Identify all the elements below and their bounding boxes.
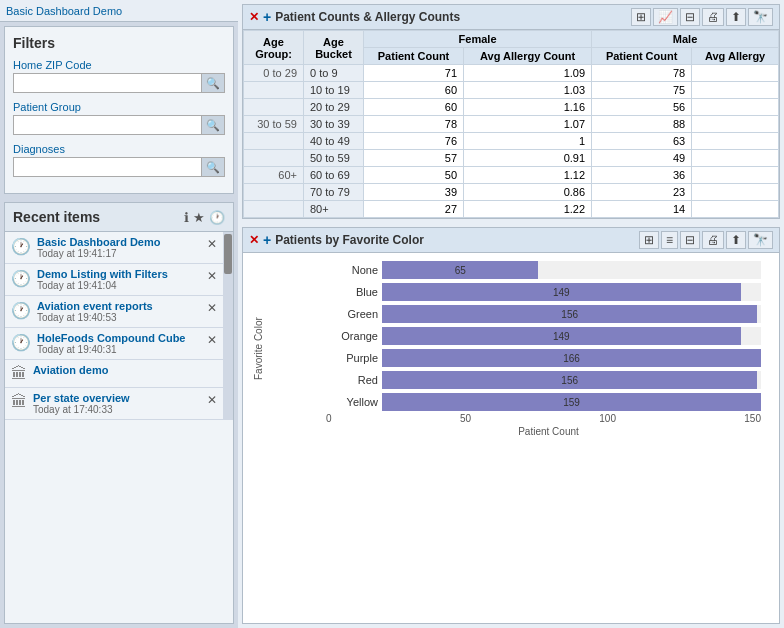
print-button[interactable]: 🖨	[702, 231, 724, 249]
print-button[interactable]: 🖨	[702, 8, 724, 26]
m-count-cell: 78	[592, 65, 692, 82]
hierarchy-button[interactable]: ⊟	[680, 231, 700, 249]
table-row: 20 to 29601.1656	[244, 99, 779, 116]
item-title[interactable]: HoleFoods Compound Cube	[37, 332, 201, 344]
chart-view-button[interactable]: 📈	[653, 8, 678, 26]
bar-y-label: Red	[326, 374, 378, 386]
item-title[interactable]: Per state overview	[33, 392, 201, 404]
table-row: 10 to 19601.0375	[244, 82, 779, 99]
group-label: Patient Group	[13, 101, 225, 113]
list-item: 🕐 Demo Listing with Filters Today at 19:…	[5, 264, 223, 296]
bar-row: None65	[326, 261, 761, 279]
bar-track: 166	[382, 349, 761, 367]
close-icon[interactable]: ✕	[207, 237, 217, 251]
item-title[interactable]: Aviation event reports	[37, 300, 201, 312]
age-group-cell	[244, 184, 304, 201]
chart-outer: Favorite Color None65Blue149Green156Oran…	[251, 261, 771, 437]
clock-icon: 🕐	[11, 269, 31, 288]
bar-track: 149	[382, 327, 761, 345]
diagnoses-input[interactable]	[14, 158, 201, 176]
table-view-button[interactable]: ⊞	[631, 8, 651, 26]
x-axis: 050100150	[326, 413, 761, 424]
group-filter-row: 🔍	[13, 115, 225, 135]
age-bucket-cell: 30 to 39	[304, 116, 364, 133]
f-patient-count-header: Patient Count	[364, 48, 464, 65]
export-button[interactable]: ⬆	[726, 231, 746, 249]
zip-label: Home ZIP Code	[13, 59, 225, 71]
close-icon[interactable]: ✕	[207, 393, 217, 407]
chart-area: Favorite Color None65Blue149Green156Oran…	[243, 253, 779, 623]
close-icon[interactable]: ✕	[207, 301, 217, 315]
m-avg-cell	[692, 99, 779, 116]
female-header: Female	[364, 31, 592, 48]
age-bucket-cell: 20 to 29	[304, 99, 364, 116]
m-avg-cell	[692, 133, 779, 150]
age-group-cell: 30 to 59	[244, 116, 304, 133]
info-icon[interactable]: ℹ	[184, 210, 189, 225]
f-count-cell: 57	[364, 150, 464, 167]
widget-expand-button[interactable]: +	[263, 232, 271, 248]
building-icon: 🏛	[11, 365, 27, 383]
search-button[interactable]: 🔭	[748, 8, 773, 26]
scrollbar[interactable]	[223, 232, 233, 420]
age-group-header: Age Group:	[244, 31, 304, 65]
x-tick: 50	[460, 413, 471, 424]
group-input[interactable]	[14, 116, 201, 134]
y-axis-label: Favorite Color	[251, 261, 266, 437]
bar-fill: 156	[382, 305, 757, 323]
f-avg-cell: 0.86	[464, 184, 592, 201]
diagnoses-label: Diagnoses	[13, 143, 225, 155]
f-avg-cell: 1.12	[464, 167, 592, 184]
zip-input[interactable]	[14, 74, 201, 92]
male-header: Male	[592, 31, 779, 48]
bar-row: Red156	[326, 371, 761, 389]
m-count-cell: 63	[592, 133, 692, 150]
m-patient-count-header: Patient Count	[592, 48, 692, 65]
list-item: 🕐 HoleFoods Compound Cube Today at 19:40…	[5, 328, 223, 360]
bar-y-label: Yellow	[326, 396, 378, 408]
pivot-table-container: Age Group: Age Bucket Female Male Patien…	[243, 30, 779, 218]
age-group-cell: 60+	[244, 167, 304, 184]
item-title[interactable]: Demo Listing with Filters	[37, 268, 201, 280]
item-info: Basic Dashboard Demo Today at 19:41:17	[37, 236, 201, 259]
item-title[interactable]: Aviation demo	[33, 364, 217, 376]
bar-chart: None65Blue149Green156Orange149Purple166R…	[326, 261, 761, 411]
table-view-button[interactable]: ⊞	[639, 231, 659, 249]
close-icon[interactable]: ✕	[207, 269, 217, 283]
list-view-button[interactable]: ≡	[661, 231, 678, 249]
f-count-cell: 76	[364, 133, 464, 150]
close-icon[interactable]: ✕	[207, 333, 217, 347]
age-bucket-cell: 70 to 79	[304, 184, 364, 201]
f-avg-cell: 1.16	[464, 99, 592, 116]
m-avg-cell	[692, 116, 779, 133]
scrollbar-thumb[interactable]	[224, 234, 232, 274]
m-count-cell: 14	[592, 201, 692, 218]
clock-icon: 🕐	[11, 301, 31, 320]
item-title[interactable]: Basic Dashboard Demo	[37, 236, 201, 248]
item-info: Demo Listing with Filters Today at 19:41…	[37, 268, 201, 291]
zip-search-button[interactable]: 🔍	[201, 74, 224, 92]
diagnoses-search-button[interactable]: 🔍	[201, 158, 224, 176]
age-group-cell	[244, 133, 304, 150]
age-group-cell	[244, 201, 304, 218]
search-button[interactable]: 🔭	[748, 231, 773, 249]
f-count-cell: 60	[364, 82, 464, 99]
hierarchy-button[interactable]: ⊟	[680, 8, 700, 26]
widget-expand-button[interactable]: +	[263, 9, 271, 25]
export-button[interactable]: ⬆	[726, 8, 746, 26]
widget-title: Patient Counts & Allergy Counts	[275, 10, 627, 24]
item-info: HoleFoods Compound Cube Today at 19:40:3…	[37, 332, 201, 355]
m-avg-cell	[692, 82, 779, 99]
pivot-table: Age Group: Age Bucket Female Male Patien…	[243, 30, 779, 218]
widget-close-button[interactable]: ✕	[249, 10, 259, 24]
table-row: 60+60 to 69501.1236	[244, 167, 779, 184]
list-item: 🕐 Aviation event reports Today at 19:40:…	[5, 296, 223, 328]
star-icon[interactable]: ★	[193, 210, 205, 225]
f-avg-cell: 1	[464, 133, 592, 150]
bar-row: Yellow159	[326, 393, 761, 411]
group-search-button[interactable]: 🔍	[201, 116, 224, 134]
widget-close-button[interactable]: ✕	[249, 233, 259, 247]
age-bucket-cell: 60 to 69	[304, 167, 364, 184]
age-group-cell	[244, 150, 304, 167]
clock-icon[interactable]: 🕐	[209, 210, 225, 225]
